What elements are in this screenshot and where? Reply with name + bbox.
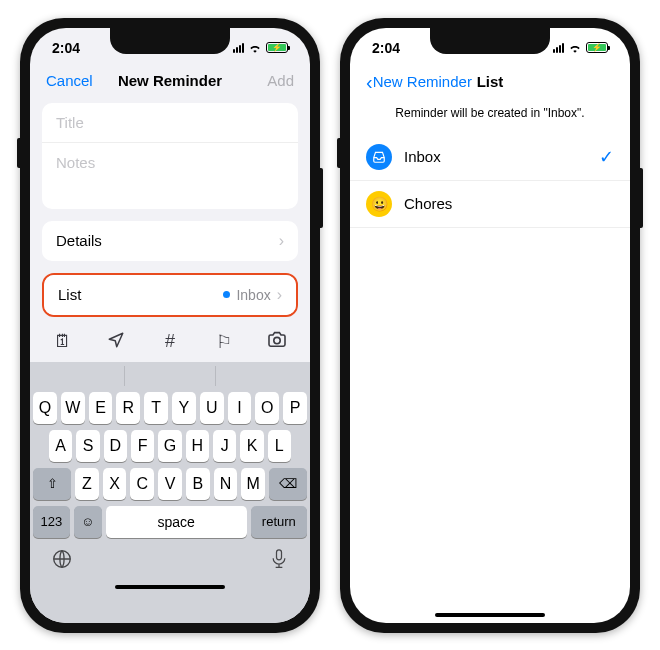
signal-icon	[233, 43, 244, 53]
hashtag-icon[interactable]: #	[155, 331, 185, 354]
phone-right: 2:04 ⚡ ‹New Reminder List Reminder will …	[340, 18, 640, 633]
key-S[interactable]: S	[76, 430, 99, 462]
list-option-label: Inbox	[404, 148, 441, 165]
key-T[interactable]: T	[144, 392, 168, 424]
key-row-3: ⇧ ZXCVBNM ⌫	[33, 468, 307, 500]
key-K[interactable]: K	[240, 430, 263, 462]
key-Z[interactable]: Z	[75, 468, 99, 500]
key-I[interactable]: I	[228, 392, 252, 424]
list-option[interactable]: 😀Chores	[350, 181, 630, 228]
list-label: List	[58, 286, 81, 303]
battery-icon: ⚡	[266, 42, 288, 53]
details-row[interactable]: Details›	[42, 221, 298, 261]
key-row-2: ASDFGHJKL	[33, 430, 307, 462]
calendar-icon[interactable]: 🗓︎	[48, 331, 78, 354]
reminder-toolbar: 🗓︎ # ⚐	[30, 323, 310, 362]
chevron-right-icon: ›	[279, 232, 284, 250]
signal-icon	[553, 43, 564, 53]
navbar: Cancel New Reminder Add	[30, 68, 310, 97]
chevron-right-icon: ›	[277, 286, 282, 304]
home-indicator[interactable]	[115, 585, 225, 589]
list-value: Inbox	[236, 287, 270, 303]
list-options: Inbox✓😀Chores	[350, 134, 630, 228]
notch	[110, 28, 230, 54]
key-B[interactable]: B	[186, 468, 210, 500]
camera-icon[interactable]	[262, 331, 292, 354]
list-row-highlight: List Inbox›	[42, 273, 298, 317]
key-N[interactable]: N	[214, 468, 238, 500]
key-G[interactable]: G	[158, 430, 181, 462]
key-Y[interactable]: Y	[172, 392, 196, 424]
backspace-key[interactable]: ⌫	[269, 468, 307, 500]
title-field[interactable]: Title	[42, 103, 298, 142]
location-icon[interactable]	[101, 331, 131, 354]
battery-icon: ⚡	[586, 42, 608, 53]
key-row-3-letters: ZXCVBNM	[75, 468, 265, 500]
key-M[interactable]: M	[241, 468, 265, 500]
phone-left: 2:04 ⚡ Cancel New Reminder Add Title Not…	[20, 18, 320, 633]
key-L[interactable]: L	[268, 430, 291, 462]
back-button[interactable]: ‹New Reminder	[366, 72, 472, 92]
tray-icon	[366, 144, 392, 170]
clock: 2:04	[52, 40, 80, 56]
key-X[interactable]: X	[103, 468, 127, 500]
key-U[interactable]: U	[200, 392, 224, 424]
flag-icon[interactable]: ⚐	[209, 331, 239, 354]
keyboard[interactable]: QWERTYUIOP ASDFGHJKL ⇧ ZXCVBNM ⌫ 123 ☺ s…	[30, 362, 310, 623]
key-F[interactable]: F	[131, 430, 154, 462]
key-A[interactable]: A	[49, 430, 72, 462]
key-O[interactable]: O	[255, 392, 279, 424]
key-P[interactable]: P	[283, 392, 307, 424]
suggestion-bar[interactable]	[33, 366, 307, 386]
key-D[interactable]: D	[104, 430, 127, 462]
wifi-icon	[248, 43, 262, 53]
key-W[interactable]: W	[61, 392, 85, 424]
navbar: ‹New Reminder List	[350, 68, 630, 100]
key-row-1: QWERTYUIOP	[33, 392, 307, 424]
home-indicator[interactable]	[435, 613, 545, 617]
shift-key[interactable]: ⇧	[33, 468, 71, 500]
clock: 2:04	[372, 40, 400, 56]
numbers-key[interactable]: 123	[33, 506, 70, 538]
key-E[interactable]: E	[89, 392, 113, 424]
svg-point-0	[274, 337, 280, 343]
emoji-key[interactable]: ☺	[74, 506, 102, 538]
notes-field[interactable]: Notes	[42, 142, 298, 209]
notch	[430, 28, 550, 54]
list-option[interactable]: Inbox✓	[350, 134, 630, 181]
face-icon: 😀	[366, 191, 392, 217]
key-J[interactable]: J	[213, 430, 236, 462]
key-H[interactable]: H	[186, 430, 209, 462]
key-R[interactable]: R	[116, 392, 140, 424]
wifi-icon	[568, 43, 582, 53]
svg-rect-2	[277, 549, 282, 559]
checkmark-icon: ✓	[599, 146, 614, 168]
list-option-label: Chores	[404, 195, 452, 212]
title-notes-card: Title Notes	[42, 103, 298, 209]
key-V[interactable]: V	[158, 468, 182, 500]
chevron-left-icon: ‹	[366, 72, 373, 92]
list-subtitle: Reminder will be created in "Inbox".	[350, 100, 630, 134]
list-color-dot	[223, 291, 230, 298]
list-row[interactable]: List Inbox›	[44, 275, 296, 315]
spacebar-key[interactable]: space	[106, 506, 247, 538]
cancel-button[interactable]: Cancel	[46, 72, 93, 89]
add-button[interactable]: Add	[267, 72, 294, 89]
key-C[interactable]: C	[130, 468, 154, 500]
return-key[interactable]: return	[251, 506, 307, 538]
globe-icon[interactable]	[51, 548, 73, 575]
key-Q[interactable]: Q	[33, 392, 57, 424]
dictation-icon[interactable]	[269, 548, 289, 575]
